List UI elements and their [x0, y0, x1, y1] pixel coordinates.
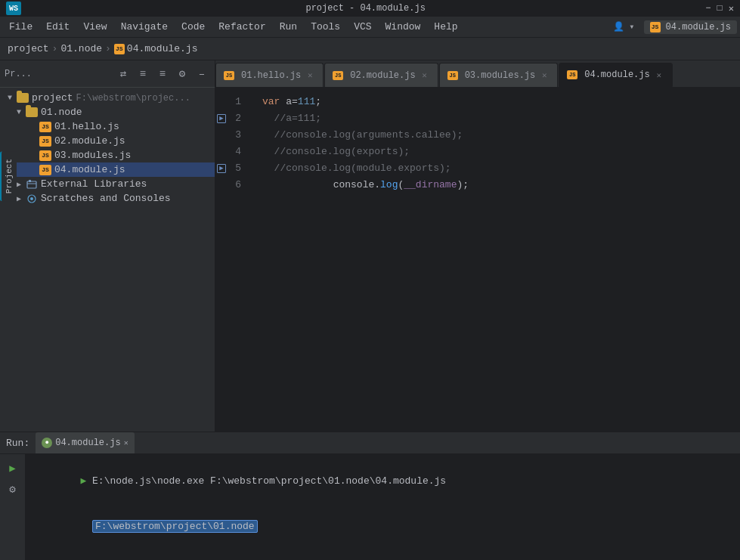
tree-file-04module[interactable]: JS 04.module.js — [0, 162, 215, 177]
tab-close-04[interactable]: ✕ — [654, 70, 664, 80]
main-area: Pr... ⇄ ≡ ≡ ⚙ – project F:\webstrom\proj… — [0, 60, 740, 432]
tab-js-icon-03: JS — [447, 71, 458, 80]
ws-logo: WS — [6, 2, 21, 15]
project-side-tab[interactable]: Project — [0, 151, 17, 201]
gutter-line-2: ▶ 2 — [215, 110, 246, 127]
run-output-line-1: ▶ E:\node.js\node.exe F:\webstrom\projec… — [33, 459, 732, 504]
menu-navigate[interactable]: Navigate — [115, 19, 174, 35]
menu-file[interactable]: File — [3, 19, 39, 35]
code-editor[interactable]: 1 ▶ 2 3 4 ▶ 5 6 var a=111; //a=111; — [215, 88, 740, 432]
breadcrumb: project › 01.node › JS 04.module.js — [0, 38, 740, 60]
tree-file-03modules[interactable]: JS 03.modules.js — [0, 148, 215, 162]
run-tab[interactable]: ● 04.module.js ✕ — [36, 432, 134, 453]
tree-scratches[interactable]: Scratches and Consoles — [0, 191, 215, 206]
tree-project-root[interactable]: project F:\webstrom\projec... — [0, 91, 215, 105]
tab-js-icon-02: JS — [333, 71, 343, 80]
run-output-line-3: Process finished with exit code 0 — [33, 549, 732, 560]
run-settings-btn[interactable]: ⚙ — [4, 480, 22, 498]
svg-rect-2 — [29, 180, 31, 182]
editor-panel: JS 01.hello.js ✕ JS 02.module.js ✕ JS 03… — [215, 60, 740, 432]
gutter-line-3: 3 — [215, 127, 246, 144]
active-file-js-icon: JS — [650, 22, 661, 32]
collapse-all-btn[interactable]: ≡ — [135, 66, 151, 82]
menu-bar: File Edit View Navigate Code Refactor Ru… — [0, 17, 740, 38]
run-label: Run: — [6, 438, 29, 449]
run-cmd-text: E:\node.js\node.exe F:\webstrom\project\… — [92, 475, 446, 487]
menu-code[interactable]: Code — [175, 19, 211, 35]
tab-label-02: 02.module.js — [350, 70, 415, 81]
scratch-icon — [26, 193, 38, 204]
tab-close-01[interactable]: ✕ — [305, 70, 315, 81]
tab-close-02[interactable]: ✕ — [420, 70, 430, 81]
file-02module-label: 02.module.js — [54, 135, 125, 147]
js-file-icon-01: JS — [39, 122, 51, 132]
window-controls[interactable]: − □ ✕ — [705, 3, 734, 14]
tab-label-01: 01.hello.js — [241, 70, 301, 81]
tab-04module[interactable]: JS 04.module.js ✕ — [559, 63, 672, 87]
breadcrumb-project[interactable]: project — [8, 43, 49, 54]
fold-marker-5[interactable]: ▶ — [217, 164, 226, 173]
tab-01hello[interactable]: JS 01.hello.js ✕ — [215, 63, 324, 87]
expand-btn[interactable]: ≡ — [154, 66, 171, 82]
close-icon[interactable]: ✕ — [729, 3, 734, 14]
maximize-icon[interactable]: □ — [717, 3, 723, 14]
active-file-indicator: JS 04.module.js — [644, 20, 737, 34]
user-icon-area[interactable]: 👤 ▾ — [613, 21, 634, 32]
fold-marker-2[interactable]: ▶ — [217, 114, 226, 123]
minimize-icon[interactable]: − — [705, 3, 711, 14]
menu-view[interactable]: View — [77, 19, 113, 35]
run-output-line-2: F:\webstrom\project\01.node — [33, 504, 732, 549]
run-path-text: F:\webstrom\project\01.node — [92, 520, 258, 533]
run-tab-run-icon: ● — [42, 438, 52, 448]
window-title: project - 04.module.js — [26, 3, 705, 14]
menu-refactor[interactable]: Refactor — [212, 19, 271, 35]
file-03modules-label: 03.modules.js — [54, 150, 131, 161]
run-panel: Run: ● 04.module.js ✕ ▶ ⚙ ▶ E:\node.js\n… — [0, 432, 740, 560]
line-numbers: 1 ▶ 2 3 4 ▶ 5 6 — [215, 88, 253, 432]
tab-02module[interactable]: JS 02.module.js ✕ — [324, 63, 438, 87]
sync-scroll-btn[interactable]: ⇄ — [115, 66, 132, 82]
tab-js-icon-04: JS — [567, 70, 577, 79]
editor-tab-bar: JS 01.hello.js ✕ JS 02.module.js ✕ JS 03… — [215, 60, 740, 88]
code-content[interactable]: var a=111; //a=111; //console.log(argume… — [253, 88, 740, 432]
js-file-icon-03: JS — [39, 150, 51, 161]
gutter-line-1: 1 — [215, 94, 246, 110]
js-file-icon-02: JS — [39, 136, 51, 147]
breadcrumb-folder[interactable]: 01.node — [60, 43, 102, 54]
tab-03modules[interactable]: JS 03.modules.js ✕ — [439, 63, 559, 87]
menu-edit[interactable]: Edit — [40, 19, 76, 35]
run-tab-bar: Run: ● 04.module.js ✕ — [0, 432, 740, 454]
tree-external-libraries[interactable]: External Libraries — [0, 177, 215, 191]
breadcrumb-file-js-icon: JS — [114, 44, 125, 54]
run-tab-label: 04.module.js — [55, 438, 120, 448]
tree-file-01hello[interactable]: JS 01.hello.js — [0, 119, 215, 134]
run-content: ▶ ⚙ ▶ E:\node.js\node.exe F:\webstrom\pr… — [0, 454, 740, 560]
tab-js-icon-01: JS — [224, 71, 234, 80]
title-bar: WS project - 04.module.js − □ ✕ — [0, 0, 740, 17]
run-play-btn[interactable]: ▶ — [4, 459, 22, 477]
breadcrumb-file[interactable]: 04.module.js — [127, 43, 198, 54]
project-path: F:\webstrom\projec... — [76, 93, 190, 104]
tree-arrow-project — [5, 93, 15, 104]
run-sidebar: ▶ ⚙ — [0, 454, 26, 560]
tree-node-folder[interactable]: 01.node — [0, 105, 215, 119]
settings-btn[interactable]: ⚙ — [174, 66, 190, 82]
external-libraries-label: External Libraries — [41, 178, 147, 190]
ext-lib-icon — [26, 179, 38, 190]
code-line-6: console.log(__dirname); — [262, 177, 731, 193]
menu-tools[interactable]: Tools — [305, 19, 346, 35]
hide-btn[interactable]: – — [194, 66, 210, 82]
svg-point-4 — [30, 197, 33, 200]
menu-vcs[interactable]: VCS — [348, 19, 377, 35]
code-line-1: var a=111; — [262, 94, 731, 110]
tab-label-04: 04.module.js — [584, 70, 649, 80]
tree-file-02module[interactable]: JS 02.module.js — [0, 134, 215, 148]
gutter-line-6: 6 — [215, 177, 246, 193]
gutter-line-4: 4 — [215, 144, 246, 160]
sidebar-label: Pr... — [5, 69, 112, 79]
tab-close-03[interactable]: ✕ — [539, 70, 550, 81]
menu-run[interactable]: Run — [274, 19, 303, 35]
menu-help[interactable]: Help — [428, 19, 463, 35]
run-tab-close[interactable]: ✕ — [124, 438, 128, 447]
menu-window[interactable]: Window — [379, 19, 427, 35]
